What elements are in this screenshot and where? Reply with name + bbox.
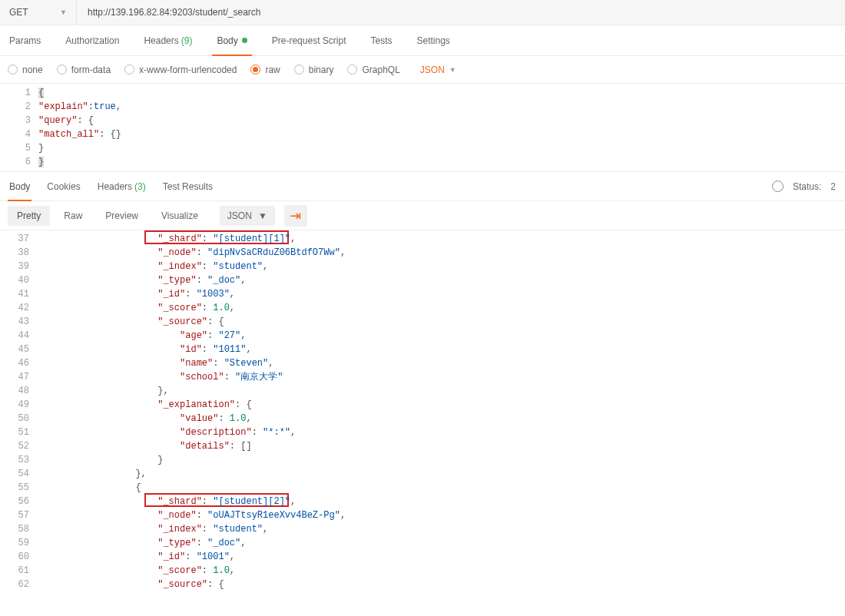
response-tabs: Body Cookies Headers (3) Test Results [9,172,213,201]
body-type-xwww[interactable]: x-www-form-urlencoded [124,65,237,75]
response-header: Body Cookies Headers (3) Test Results St… [0,172,845,201]
body-type-binary[interactable]: binary [294,65,334,75]
body-type-none[interactable]: none [8,65,43,75]
resp-tab-body[interactable]: Body [9,172,30,201]
http-method-value: GET [9,7,28,18]
body-type-formdata[interactable]: form-data [57,65,111,75]
body-type-raw[interactable]: raw [250,65,280,75]
body-type-row: none form-data x-www-form-urlencoded raw… [0,56,845,84]
raw-type-value: JSON [420,65,445,75]
tab-tests[interactable]: Tests [369,25,393,56]
response-gutter: 3738394041424344454647484950515253545556… [0,230,38,596]
body-modified-dot-icon [242,38,247,43]
fold-column [38,230,69,596]
radio-icon [124,65,134,75]
resp-tab-headers[interactable]: Headers (3) [98,172,146,201]
request-body-editor[interactable]: 123456 { "explain":true, "query": { "mat… [0,84,845,172]
response-status-area: Status:2 [772,180,836,192]
wrap-icon: ⇥ [290,209,301,223]
http-method-select[interactable]: GET ▼ [0,0,77,25]
tab-headers-label: Headers [144,35,178,46]
radio-icon [294,65,304,75]
radio-icon [57,65,67,75]
tab-headers[interactable]: Headers (9) [142,25,194,56]
tab-params[interactable]: Params [8,25,42,56]
resp-tab-cookies[interactable]: Cookies [47,172,80,201]
tab-authorization[interactable]: Authorization [64,25,121,56]
status-label: Status: [793,181,821,192]
request-code: { "explain":true, "query": { "match_all"… [38,84,845,171]
globe-icon[interactable] [772,180,784,192]
request-tabs: Params Authorization Headers (9) Body Pr… [0,25,845,56]
view-pretty[interactable]: Pretty [8,206,50,226]
response-view-row: Pretty Raw Preview Visualize JSON ▼ ⇥ [0,201,845,230]
response-body[interactable]: 3738394041424344454647484950515253545556… [0,230,845,596]
radio-icon [347,65,357,75]
view-raw[interactable]: Raw [55,206,91,226]
url-bar: GET ▼ [0,0,845,25]
resp-tab-test-results[interactable]: Test Results [163,172,213,201]
view-visualize[interactable]: Visualize [152,206,207,226]
tab-prerequest[interactable]: Pre-request Script [270,25,348,56]
body-type-graphql[interactable]: GraphQL [347,65,399,75]
request-gutter: 123456 [0,84,38,171]
radio-icon [8,65,18,75]
response-format-select[interactable]: JSON ▼ [220,206,275,226]
response-code: "_shard": "[student][1]", "_node": "dipN… [69,230,845,596]
tab-settings[interactable]: Settings [416,25,452,56]
tab-body-label: Body [217,35,237,46]
status-code: 2 [830,181,836,192]
chevron-down-icon: ▼ [60,8,67,16]
view-preview[interactable]: Preview [96,206,147,226]
raw-type-select[interactable]: JSON ▼ [420,65,456,75]
chevron-down-icon: ▼ [449,66,456,74]
radio-icon [250,65,260,75]
chevron-down-icon: ▼ [258,210,267,221]
wrap-lines-button[interactable]: ⇥ [284,205,307,227]
tab-body[interactable]: Body [215,25,248,56]
headers-count: (9) [181,35,193,46]
url-input[interactable] [77,0,845,25]
